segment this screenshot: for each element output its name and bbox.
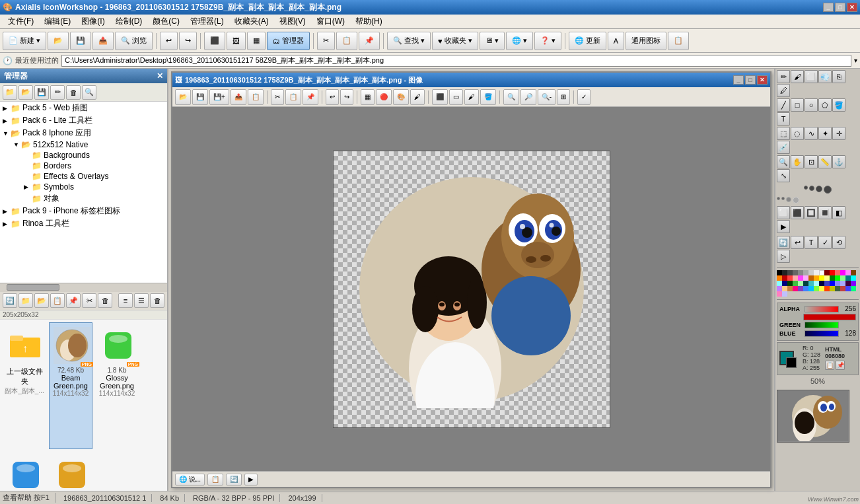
file-tb-delete2[interactable]: 🗑 bbox=[150, 293, 164, 308]
manager-button[interactable]: 🗂 管理器 bbox=[267, 32, 310, 50]
color-gray2[interactable] bbox=[798, 270, 803, 275]
tool-set3-1[interactable]: 🔄 bbox=[777, 236, 790, 249]
img-maximize-button[interactable]: □ bbox=[745, 75, 756, 85]
img-tb-cut[interactable]: ✂ bbox=[271, 89, 284, 105]
close-button[interactable]: ✕ bbox=[847, 3, 857, 12]
color-amber[interactable] bbox=[814, 275, 819, 281]
img-tb-brush[interactable]: 🖌 bbox=[464, 89, 479, 105]
color-pink[interactable] bbox=[845, 270, 851, 275]
blue-slider[interactable] bbox=[805, 330, 839, 337]
color-orange[interactable] bbox=[777, 275, 782, 281]
address-dropdown-icon[interactable]: ▾ bbox=[854, 57, 857, 64]
image-format3-button[interactable]: ▦ bbox=[247, 32, 266, 50]
manager-tb-new[interactable]: 📁 bbox=[3, 85, 17, 100]
color-medgreen[interactable] bbox=[793, 281, 798, 286]
menu-view[interactable]: 视图(V) bbox=[274, 15, 311, 28]
file-item-glossy[interactable]: PNG 1.8 Kb GlossyGreen.png 114x114x32 bbox=[95, 322, 139, 449]
pack9-expander[interactable]: ▶ bbox=[3, 208, 11, 215]
color-tan[interactable] bbox=[787, 286, 793, 291]
img-tb-canvas[interactable]: ▭ bbox=[449, 89, 463, 105]
img-tb-copy[interactable]: 📋 bbox=[285, 89, 301, 105]
new-dropdown-icon[interactable]: ▾ bbox=[36, 36, 40, 45]
tool-pencil[interactable]: ✏ bbox=[777, 70, 790, 83]
tool-fill[interactable]: 🪣 bbox=[832, 98, 845, 112]
tool-set2-6[interactable]: ▶ bbox=[777, 220, 790, 233]
globe-button[interactable]: 🌐 ▾ bbox=[506, 32, 533, 50]
color-gray3[interactable] bbox=[803, 270, 808, 275]
tool-set2-3[interactable]: 🔲 bbox=[805, 206, 818, 219]
color-darkteal[interactable] bbox=[803, 281, 808, 286]
undo-button[interactable]: ↩ bbox=[160, 32, 178, 50]
image-formats-button[interactable]: ⬛ bbox=[204, 32, 225, 50]
color-cornflower[interactable] bbox=[835, 281, 840, 286]
color-camouflage[interactable] bbox=[835, 286, 840, 291]
color-mintcyan[interactable] bbox=[814, 281, 819, 286]
display-button[interactable]: 🖥 ▾ bbox=[480, 32, 505, 50]
cut-button[interactable]: ✂ bbox=[317, 32, 335, 50]
color-rosebud[interactable] bbox=[793, 275, 798, 281]
tool-set3-3[interactable]: T bbox=[805, 236, 818, 249]
tool-set3-4[interactable]: ✓ bbox=[818, 236, 832, 249]
color-lightgray[interactable] bbox=[808, 270, 814, 275]
tree-item-symbols[interactable]: ▶ 📁 Symbols bbox=[0, 182, 167, 192]
tool-anchor[interactable]: ⚓ bbox=[832, 155, 845, 168]
img-nav-btn4[interactable]: ▶ bbox=[244, 474, 258, 486]
color-darkred[interactable] bbox=[824, 270, 830, 275]
search-button[interactable]: 🔍 查找 ▾ bbox=[387, 32, 431, 50]
tool-ellipse[interactable]: ○ bbox=[805, 98, 818, 112]
color-olive[interactable] bbox=[830, 286, 835, 291]
color-lavenderpale[interactable] bbox=[782, 291, 787, 297]
tree-item-pack9[interactable]: ▶ 📁 Pack 9 - iPhone 标签栏图标 bbox=[0, 205, 167, 217]
tree-item-native[interactable]: ▼ 📂 512x512 Native bbox=[0, 139, 167, 150]
image-format2-button[interactable]: 🖼 bbox=[227, 32, 246, 50]
img-nav-btn2[interactable]: 📋 bbox=[207, 474, 223, 486]
color-purple[interactable] bbox=[851, 281, 856, 286]
color-white[interactable] bbox=[819, 270, 824, 275]
dot2-1[interactable] bbox=[777, 197, 780, 200]
dot-option-3[interactable] bbox=[816, 186, 822, 192]
color-springgreen[interactable] bbox=[851, 286, 856, 291]
color-limegreen[interactable] bbox=[814, 286, 819, 291]
tool-zoom[interactable]: 🔍 bbox=[777, 155, 790, 168]
menu-window[interactable]: 窗口(W) bbox=[311, 15, 350, 28]
menu-manager[interactable]: 管理器(L) bbox=[185, 15, 229, 28]
color-royalblue[interactable] bbox=[803, 286, 808, 291]
tb-export-button[interactable]: 📤 bbox=[92, 32, 114, 50]
tool-spray[interactable]: 💨 bbox=[818, 70, 832, 83]
tool-hand[interactable]: ✋ bbox=[791, 155, 804, 168]
color-darkgray1[interactable] bbox=[782, 270, 787, 275]
img-minimize-button[interactable]: _ bbox=[733, 75, 744, 85]
file-tb-view1[interactable]: ≡ bbox=[118, 293, 133, 308]
color-darkgray2[interactable] bbox=[787, 270, 793, 275]
file-tb-btn4[interactable]: 📋 bbox=[50, 293, 65, 308]
color-hotpink[interactable] bbox=[793, 286, 798, 291]
menu-favorites[interactable]: 收藏夹(A) bbox=[229, 15, 274, 28]
img-tb-zoom[interactable]: 🔎 bbox=[520, 89, 536, 105]
color-skyblue[interactable] bbox=[808, 286, 814, 291]
img-nav-btn3[interactable]: 🔄 bbox=[226, 474, 242, 486]
file-tb-btn1[interactable]: 🔄 bbox=[3, 293, 17, 308]
tree-item-pack5[interactable]: ▶ 📁 Pack 5 - Web 插图 bbox=[0, 102, 167, 114]
color-teal[interactable] bbox=[845, 275, 851, 281]
color-lightcyan[interactable] bbox=[777, 281, 782, 286]
tool-clone[interactable]: ⎘ bbox=[832, 70, 845, 83]
green-slider[interactable] bbox=[805, 322, 839, 328]
pack5-expander[interactable]: ▶ bbox=[3, 105, 11, 112]
menu-file[interactable]: 文件(F) bbox=[3, 15, 39, 28]
dot-option-1[interactable] bbox=[804, 186, 808, 190]
img-tb-resize[interactable]: ⬛ bbox=[432, 89, 448, 105]
tree-hscrollbar[interactable] bbox=[0, 283, 167, 292]
color-vermillion[interactable] bbox=[824, 286, 830, 291]
tool-set2-2[interactable]: ⬛ bbox=[791, 206, 804, 219]
img-tb-export2[interactable]: 📋 bbox=[248, 89, 264, 105]
pack8-expander[interactable]: ▼ bbox=[3, 130, 11, 137]
file-tb-view2[interactable]: ☰ bbox=[134, 293, 149, 308]
color-lavender[interactable] bbox=[803, 275, 808, 281]
color-gray1[interactable] bbox=[793, 270, 798, 275]
manager-close-button[interactable]: ✕ bbox=[157, 71, 163, 81]
manager-tb-delete[interactable]: 🗑 bbox=[66, 85, 81, 100]
img-tb-undo[interactable]: ↩ bbox=[326, 89, 339, 105]
img-tb-zoomfit[interactable]: ⊞ bbox=[557, 89, 570, 105]
rinoa-expander[interactable]: ▶ bbox=[3, 221, 11, 227]
favorites-dropdown-icon[interactable]: ▾ bbox=[468, 36, 472, 45]
